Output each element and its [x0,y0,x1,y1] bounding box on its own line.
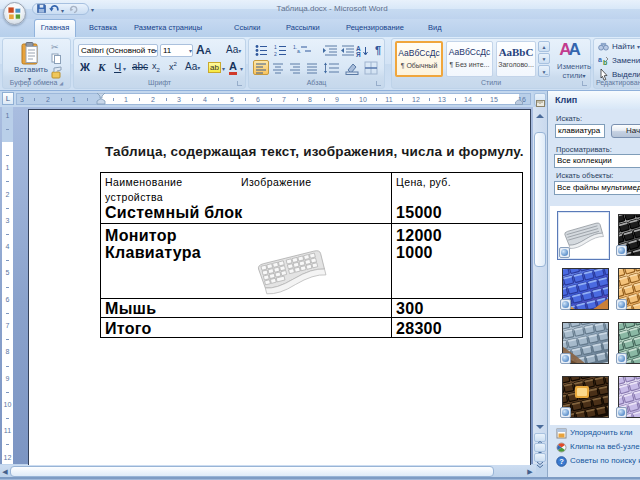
svg-text:Я: Я [356,51,361,57]
svg-text:a: a [598,56,602,63]
svg-text:a.: a. [297,48,301,54]
svg-text:1: 1 [274,44,277,50]
svg-text:¶: ¶ [375,44,381,56]
svg-text:2: 2 [274,51,277,57]
svg-text:?: ? [559,457,564,466]
